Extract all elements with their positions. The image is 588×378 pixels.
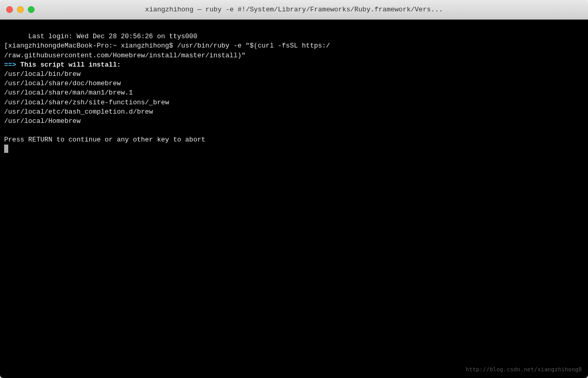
line-command: [xiangzhihongdeMacBook-Pro:~ xiangzhihon… [4, 42, 330, 59]
terminal-window: xiangzhihong — ruby -e #!/System/Library… [0, 0, 588, 378]
line-share-zsh: /usr/local/share/zsh/site-functions/_bre… [4, 99, 169, 106]
terminal-output: Last login: Wed Dec 28 20:56:26 on ttys0… [4, 23, 584, 164]
line-last-login: Last login: Wed Dec 28 20:56:26 on ttys0… [28, 33, 198, 40]
window-title: xiangzhihong — ruby -e #!/System/Library… [145, 6, 443, 13]
line-brew-bin: /usr/local/bin/brew [4, 70, 80, 78]
terminal-cursor [4, 145, 8, 153]
line-homebrew: /usr/local/Homebrew [4, 117, 80, 125]
close-button[interactable] [6, 6, 13, 13]
line-share-doc: /usr/local/share/doc/homebrew [4, 80, 121, 87]
terminal-body[interactable]: Last login: Wed Dec 28 20:56:26 on ttys0… [0, 20, 588, 378]
traffic-lights [6, 6, 35, 13]
line-share-man: /usr/local/share/man/man1/brew.1 [4, 89, 133, 97]
watermark: http://blog.csdn.net/xiangzhihong8 [466, 366, 582, 373]
line-etc-bash: /usr/local/etc/bash_completion.d/brew [4, 108, 153, 116]
line-arrow: ==> [4, 61, 16, 69]
line-press-return: Press RETURN to continue or any other ke… [4, 136, 205, 144]
titlebar: xiangzhihong — ruby -e #!/System/Library… [0, 0, 588, 20]
maximize-button[interactable] [28, 6, 35, 13]
minimize-button[interactable] [17, 6, 24, 13]
line-script-will-install: This script will install: [16, 61, 121, 69]
